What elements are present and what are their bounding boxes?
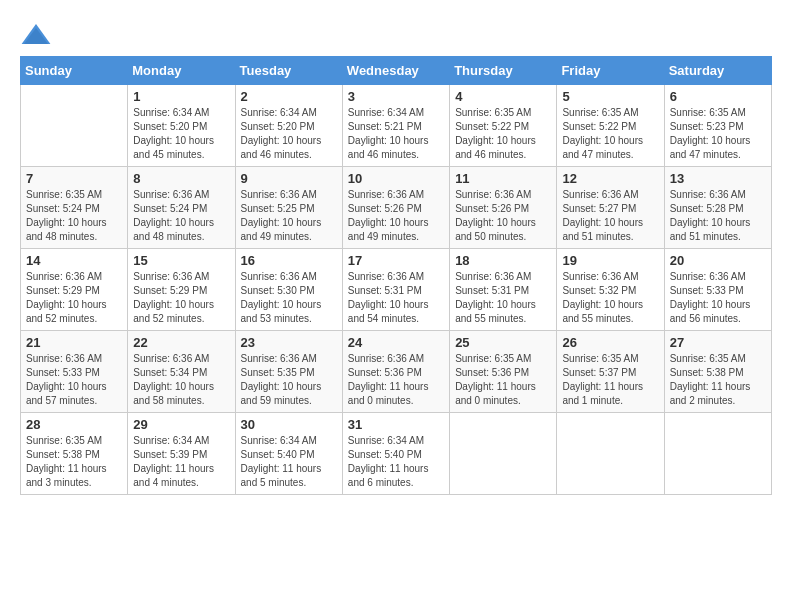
calendar-cell (557, 413, 664, 495)
day-info: Sunrise: 6:34 AM Sunset: 5:40 PM Dayligh… (241, 434, 337, 490)
calendar-week-row: 1Sunrise: 6:34 AM Sunset: 5:20 PM Daylig… (21, 85, 772, 167)
calendar-cell: 16Sunrise: 6:36 AM Sunset: 5:30 PM Dayli… (235, 249, 342, 331)
day-info: Sunrise: 6:35 AM Sunset: 5:38 PM Dayligh… (670, 352, 766, 408)
calendar-cell: 30Sunrise: 6:34 AM Sunset: 5:40 PM Dayli… (235, 413, 342, 495)
day-number: 31 (348, 417, 444, 432)
day-header-friday: Friday (557, 57, 664, 85)
day-info: Sunrise: 6:36 AM Sunset: 5:28 PM Dayligh… (670, 188, 766, 244)
day-info: Sunrise: 6:36 AM Sunset: 5:33 PM Dayligh… (26, 352, 122, 408)
calendar-cell: 17Sunrise: 6:36 AM Sunset: 5:31 PM Dayli… (342, 249, 449, 331)
day-header-monday: Monday (128, 57, 235, 85)
day-number: 17 (348, 253, 444, 268)
day-info: Sunrise: 6:36 AM Sunset: 5:25 PM Dayligh… (241, 188, 337, 244)
calendar-cell: 28Sunrise: 6:35 AM Sunset: 5:38 PM Dayli… (21, 413, 128, 495)
calendar-cell: 29Sunrise: 6:34 AM Sunset: 5:39 PM Dayli… (128, 413, 235, 495)
calendar-cell: 22Sunrise: 6:36 AM Sunset: 5:34 PM Dayli… (128, 331, 235, 413)
calendar-cell: 4Sunrise: 6:35 AM Sunset: 5:22 PM Daylig… (450, 85, 557, 167)
day-info: Sunrise: 6:36 AM Sunset: 5:34 PM Dayligh… (133, 352, 229, 408)
day-info: Sunrise: 6:36 AM Sunset: 5:27 PM Dayligh… (562, 188, 658, 244)
calendar-cell: 6Sunrise: 6:35 AM Sunset: 5:23 PM Daylig… (664, 85, 771, 167)
day-info: Sunrise: 6:35 AM Sunset: 5:24 PM Dayligh… (26, 188, 122, 244)
page-header (20, 20, 772, 52)
day-info: Sunrise: 6:36 AM Sunset: 5:33 PM Dayligh… (670, 270, 766, 326)
calendar-cell (450, 413, 557, 495)
day-number: 7 (26, 171, 122, 186)
calendar-cell: 9Sunrise: 6:36 AM Sunset: 5:25 PM Daylig… (235, 167, 342, 249)
day-header-thursday: Thursday (450, 57, 557, 85)
day-number: 4 (455, 89, 551, 104)
day-number: 29 (133, 417, 229, 432)
day-header-sunday: Sunday (21, 57, 128, 85)
day-info: Sunrise: 6:36 AM Sunset: 5:31 PM Dayligh… (348, 270, 444, 326)
day-number: 22 (133, 335, 229, 350)
calendar-week-row: 28Sunrise: 6:35 AM Sunset: 5:38 PM Dayli… (21, 413, 772, 495)
calendar-cell: 15Sunrise: 6:36 AM Sunset: 5:29 PM Dayli… (128, 249, 235, 331)
day-number: 15 (133, 253, 229, 268)
day-number: 30 (241, 417, 337, 432)
day-info: Sunrise: 6:36 AM Sunset: 5:26 PM Dayligh… (348, 188, 444, 244)
day-info: Sunrise: 6:36 AM Sunset: 5:35 PM Dayligh… (241, 352, 337, 408)
day-info: Sunrise: 6:34 AM Sunset: 5:40 PM Dayligh… (348, 434, 444, 490)
day-info: Sunrise: 6:34 AM Sunset: 5:21 PM Dayligh… (348, 106, 444, 162)
calendar-header-row: SundayMondayTuesdayWednesdayThursdayFrid… (21, 57, 772, 85)
day-info: Sunrise: 6:35 AM Sunset: 5:22 PM Dayligh… (455, 106, 551, 162)
day-number: 14 (26, 253, 122, 268)
calendar-cell: 11Sunrise: 6:36 AM Sunset: 5:26 PM Dayli… (450, 167, 557, 249)
day-number: 27 (670, 335, 766, 350)
calendar-cell: 24Sunrise: 6:36 AM Sunset: 5:36 PM Dayli… (342, 331, 449, 413)
day-info: Sunrise: 6:34 AM Sunset: 5:39 PM Dayligh… (133, 434, 229, 490)
day-number: 8 (133, 171, 229, 186)
day-number: 9 (241, 171, 337, 186)
day-info: Sunrise: 6:36 AM Sunset: 5:29 PM Dayligh… (26, 270, 122, 326)
day-info: Sunrise: 6:34 AM Sunset: 5:20 PM Dayligh… (133, 106, 229, 162)
calendar-cell: 10Sunrise: 6:36 AM Sunset: 5:26 PM Dayli… (342, 167, 449, 249)
calendar-cell: 3Sunrise: 6:34 AM Sunset: 5:21 PM Daylig… (342, 85, 449, 167)
day-header-tuesday: Tuesday (235, 57, 342, 85)
day-number: 16 (241, 253, 337, 268)
day-number: 26 (562, 335, 658, 350)
day-number: 23 (241, 335, 337, 350)
day-number: 12 (562, 171, 658, 186)
day-number: 21 (26, 335, 122, 350)
day-number: 2 (241, 89, 337, 104)
day-info: Sunrise: 6:35 AM Sunset: 5:37 PM Dayligh… (562, 352, 658, 408)
calendar-week-row: 7Sunrise: 6:35 AM Sunset: 5:24 PM Daylig… (21, 167, 772, 249)
calendar-cell (21, 85, 128, 167)
calendar-cell: 27Sunrise: 6:35 AM Sunset: 5:38 PM Dayli… (664, 331, 771, 413)
calendar-cell: 8Sunrise: 6:36 AM Sunset: 5:24 PM Daylig… (128, 167, 235, 249)
calendar-cell: 23Sunrise: 6:36 AM Sunset: 5:35 PM Dayli… (235, 331, 342, 413)
day-info: Sunrise: 6:36 AM Sunset: 5:24 PM Dayligh… (133, 188, 229, 244)
calendar-cell: 20Sunrise: 6:36 AM Sunset: 5:33 PM Dayli… (664, 249, 771, 331)
logo-icon (20, 20, 52, 52)
day-number: 25 (455, 335, 551, 350)
day-info: Sunrise: 6:35 AM Sunset: 5:23 PM Dayligh… (670, 106, 766, 162)
day-number: 1 (133, 89, 229, 104)
day-info: Sunrise: 6:35 AM Sunset: 5:38 PM Dayligh… (26, 434, 122, 490)
calendar-cell (664, 413, 771, 495)
calendar-cell: 1Sunrise: 6:34 AM Sunset: 5:20 PM Daylig… (128, 85, 235, 167)
calendar-cell: 2Sunrise: 6:34 AM Sunset: 5:20 PM Daylig… (235, 85, 342, 167)
day-number: 18 (455, 253, 551, 268)
calendar-cell: 12Sunrise: 6:36 AM Sunset: 5:27 PM Dayli… (557, 167, 664, 249)
day-number: 5 (562, 89, 658, 104)
calendar-cell: 7Sunrise: 6:35 AM Sunset: 5:24 PM Daylig… (21, 167, 128, 249)
calendar-cell: 13Sunrise: 6:36 AM Sunset: 5:28 PM Dayli… (664, 167, 771, 249)
calendar-week-row: 14Sunrise: 6:36 AM Sunset: 5:29 PM Dayli… (21, 249, 772, 331)
day-info: Sunrise: 6:36 AM Sunset: 5:26 PM Dayligh… (455, 188, 551, 244)
day-info: Sunrise: 6:36 AM Sunset: 5:29 PM Dayligh… (133, 270, 229, 326)
day-header-wednesday: Wednesday (342, 57, 449, 85)
day-info: Sunrise: 6:36 AM Sunset: 5:30 PM Dayligh… (241, 270, 337, 326)
day-number: 19 (562, 253, 658, 268)
calendar-cell: 18Sunrise: 6:36 AM Sunset: 5:31 PM Dayli… (450, 249, 557, 331)
day-number: 13 (670, 171, 766, 186)
calendar-table: SundayMondayTuesdayWednesdayThursdayFrid… (20, 56, 772, 495)
calendar-cell: 14Sunrise: 6:36 AM Sunset: 5:29 PM Dayli… (21, 249, 128, 331)
day-number: 6 (670, 89, 766, 104)
logo (20, 20, 58, 52)
calendar-cell: 31Sunrise: 6:34 AM Sunset: 5:40 PM Dayli… (342, 413, 449, 495)
day-number: 28 (26, 417, 122, 432)
calendar-cell: 25Sunrise: 6:35 AM Sunset: 5:36 PM Dayli… (450, 331, 557, 413)
calendar-cell: 26Sunrise: 6:35 AM Sunset: 5:37 PM Dayli… (557, 331, 664, 413)
day-number: 20 (670, 253, 766, 268)
day-number: 3 (348, 89, 444, 104)
